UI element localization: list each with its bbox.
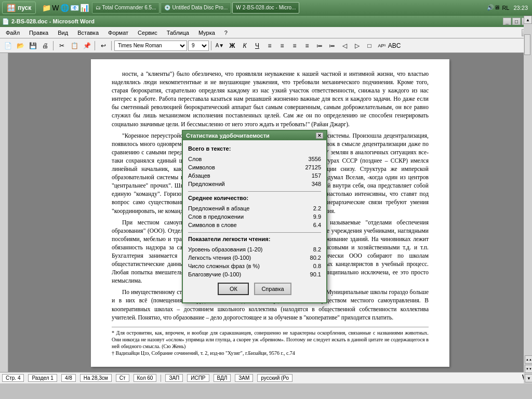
dialog-row-paragraphs: Абзацев 157 (188, 171, 321, 180)
words-value: 3556 (309, 156, 321, 162)
chars-value: 27125 (305, 164, 321, 170)
start-label: пуск (18, 4, 31, 11)
dialog-row-chars-per-word: Символов в слове 6.4 (188, 221, 321, 229)
ease-value: 80.2 (310, 255, 321, 261)
taskbar-item-total-commander[interactable]: 🗂 Total Commander 6.5... (92, 2, 160, 14)
system-tray: 🔊🖥 RL 23:23 (485, 4, 532, 11)
dialog-row-ease: Легкость чтения (0-100) 80.2 (188, 254, 321, 262)
paragraphs-label: Абзацев (188, 172, 210, 179)
taskbar-items: 📁 W 🌐 📧 📊 🗂 Total Commander 6.5... 💿 Unt… (38, 2, 485, 14)
chars-per-word-value: 6.4 (313, 222, 321, 228)
readability-dialog: Статистика удобочитаемости ✕ Всего в тек… (182, 130, 327, 303)
dialog-divider-2 (188, 232, 321, 233)
euphony-value: 90.1 (310, 271, 321, 277)
top-taskbar: 🪟 пуск 📁 W 🌐 📧 📊 🗂 Total Commander 6.5..… (0, 0, 532, 16)
paragraphs-value: 157 (312, 172, 321, 179)
education-value: 8.2 (313, 246, 321, 252)
sent-per-para-value: 2.2 (313, 205, 321, 211)
dialog-overlay: Статистика удобочитаемости ✕ Всего в тек… (0, 16, 532, 383)
euphony-label: Благозвучие (0-100) (188, 271, 241, 277)
dialog-row-words: Слов 3556 (188, 155, 321, 163)
chars-per-word-label: Символов в слове (188, 222, 237, 228)
sent-per-para-label: Предложений в абзаце (188, 205, 249, 211)
dialog-title-bar: Статистика удобочитаемости ✕ (183, 131, 326, 140)
data-disc-icon: 💿 (164, 5, 170, 10)
words-per-sent-label: Слов в предложении (188, 214, 244, 220)
words-per-sent-value: 9.9 (313, 214, 321, 220)
avg-section-title: Среднее количество: (188, 195, 321, 201)
clock: 23:23 (511, 5, 530, 11)
dialog-row-sentences: Предложений 348 (188, 180, 321, 188)
dialog-row-sent-per-para: Предложений в абзаце 2.2 (188, 204, 321, 212)
sentences-value: 348 (312, 181, 321, 187)
dialog-row-words-per-sent: Слов в предложении 9.9 (188, 212, 321, 221)
total-commander-label: Total Commander 6.5... (102, 5, 156, 10)
readability-section-title: Показатели легкости чтения: (188, 236, 321, 242)
tray-icons: 🔊🖥 (487, 4, 500, 11)
chars-label: Символов (188, 164, 215, 170)
dialog-row-education: Уровень образования (1-20) 8.2 (188, 245, 321, 254)
complex-label: Число сложных фраз (в %) (188, 263, 260, 269)
total-section-title: Всего в тексте: (188, 145, 321, 152)
words-label: Слов (188, 156, 202, 162)
word-label: 2-BS-028.doc - Micro... (243, 5, 296, 10)
complex-value: 0.8 (313, 263, 321, 269)
dialog-buttons: ОК Справка (188, 278, 321, 297)
start-button[interactable]: 🪟 пуск (2, 2, 36, 14)
dialog-row-chars: Символов 27125 (188, 163, 321, 171)
word-window: 📄 2-BS-028.doc - Microsoft Word _ □ ✕ Фа… (0, 16, 532, 383)
dialog-divider-1 (188, 191, 321, 192)
ok-button[interactable]: ОК (218, 283, 249, 295)
data-disc-label: Untitled Data Disc Pro... (172, 5, 228, 10)
dialog-row-euphony: Благозвучие (0-100) 90.1 (188, 270, 321, 278)
total-commander-icon: 🗂 (96, 5, 101, 10)
tray-text: RL (502, 5, 509, 11)
dialog-row-complex: Число сложных фраз (в %) 0.8 (188, 262, 321, 270)
taskbar-item-data-disc[interactable]: 💿 Untitled Data Disc Pro... (161, 2, 231, 14)
dialog-title-text: Статистика удобочитаемости (186, 132, 270, 139)
taskbar-item-word[interactable]: W 2-BS-028.doc - Micro... (232, 2, 299, 14)
word-icon: W (236, 5, 241, 10)
dialog-body: Всего в тексте: Слов 3556 Символов 27125… (183, 140, 326, 302)
windows-icon: 🪟 (7, 4, 16, 12)
education-label: Уровень образования (1-20) (188, 246, 262, 252)
sentences-label: Предложений (188, 181, 225, 187)
ease-label: Легкость чтения (0-100) (188, 255, 251, 261)
dialog-close-button[interactable]: ✕ (316, 132, 323, 139)
help-button[interactable]: Справка (254, 283, 291, 295)
